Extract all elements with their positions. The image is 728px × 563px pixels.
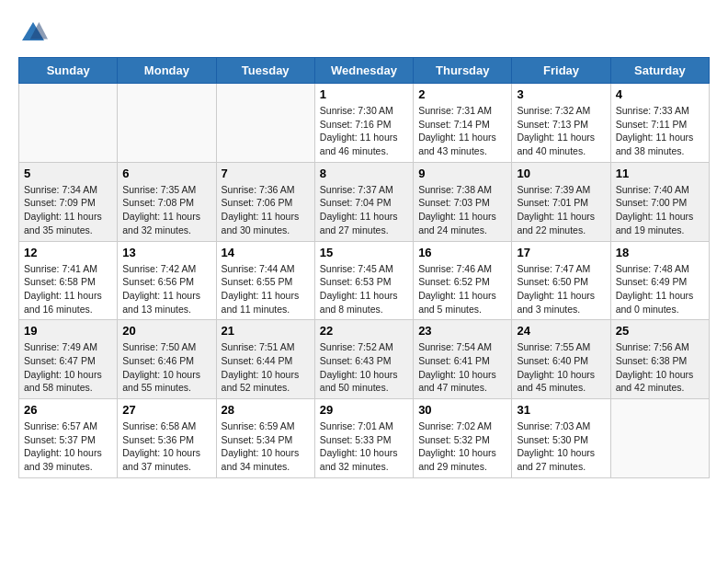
day-info: Sunrise: 7:01 AM Sunset: 5:33 PM Dayligh… — [320, 419, 408, 474]
day-info: Sunrise: 7:35 AM Sunset: 7:08 PM Dayligh… — [122, 183, 210, 237]
day-number: 4 — [616, 87, 704, 101]
day-number: 20 — [122, 324, 210, 338]
day-number: 11 — [616, 167, 704, 180]
day-number: 17 — [517, 246, 605, 259]
day-info: Sunrise: 7:40 AM Sunset: 7:00 PM Dayligh… — [616, 183, 704, 237]
calendar-cell: 24Sunrise: 7:55 AM Sunset: 6:40 PM Dayli… — [512, 320, 610, 399]
day-info: Sunrise: 7:31 AM Sunset: 7:14 PM Dayligh… — [418, 104, 506, 158]
calendar-cell: 12Sunrise: 7:41 AM Sunset: 6:58 PM Dayli… — [19, 241, 118, 320]
day-info: Sunrise: 7:38 AM Sunset: 7:03 PM Dayligh… — [418, 183, 506, 237]
day-number: 26 — [24, 403, 112, 417]
calendar-cell: 14Sunrise: 7:44 AM Sunset: 6:55 PM Dayli… — [216, 241, 314, 320]
day-info: Sunrise: 7:56 AM Sunset: 6:38 PM Dayligh… — [616, 340, 704, 395]
day-info: Sunrise: 7:42 AM Sunset: 6:56 PM Dayligh… — [122, 262, 210, 316]
calendar-cell: 3Sunrise: 7:32 AM Sunset: 7:13 PM Daylig… — [512, 84, 610, 163]
day-info: Sunrise: 7:54 AM Sunset: 6:41 PM Dayligh… — [418, 340, 506, 395]
day-number: 16 — [418, 246, 506, 259]
day-number: 19 — [24, 324, 112, 338]
day-info: Sunrise: 7:55 AM Sunset: 6:40 PM Dayligh… — [517, 340, 605, 395]
day-info: Sunrise: 7:49 AM Sunset: 6:47 PM Dayligh… — [24, 340, 112, 395]
day-number: 23 — [418, 324, 506, 338]
day-number: 22 — [320, 324, 408, 338]
day-number: 18 — [616, 246, 704, 259]
calendar-cell: 27Sunrise: 6:58 AM Sunset: 5:36 PM Dayli… — [118, 399, 216, 478]
day-info: Sunrise: 7:50 AM Sunset: 6:46 PM Dayligh… — [122, 340, 210, 395]
day-info: Sunrise: 7:51 AM Sunset: 6:44 PM Dayligh… — [222, 340, 310, 395]
calendar-cell: 11Sunrise: 7:40 AM Sunset: 7:00 PM Dayli… — [610, 162, 709, 241]
logo — [18, 18, 53, 48]
weekday-header-wednesday: Wednesday — [314, 58, 413, 84]
day-number: 30 — [418, 403, 506, 417]
calendar-cell: 4Sunrise: 7:33 AM Sunset: 7:11 PM Daylig… — [610, 84, 709, 163]
day-number: 10 — [517, 167, 605, 180]
day-info: Sunrise: 7:48 AM Sunset: 6:49 PM Dayligh… — [616, 262, 704, 316]
day-info: Sunrise: 6:58 AM Sunset: 5:36 PM Dayligh… — [122, 419, 210, 474]
weekday-header-sunday: Sunday — [19, 58, 118, 84]
calendar-cell: 10Sunrise: 7:39 AM Sunset: 7:01 PM Dayli… — [512, 162, 610, 241]
calendar-cell: 13Sunrise: 7:42 AM Sunset: 6:56 PM Dayli… — [118, 241, 216, 320]
day-info: Sunrise: 7:37 AM Sunset: 7:04 PM Dayligh… — [320, 183, 408, 237]
calendar-cell: 5Sunrise: 7:34 AM Sunset: 7:09 PM Daylig… — [19, 162, 118, 241]
day-number: 27 — [122, 403, 210, 417]
calendar-cell: 23Sunrise: 7:54 AM Sunset: 6:41 PM Dayli… — [414, 320, 512, 399]
calendar-cell: 31Sunrise: 7:03 AM Sunset: 5:30 PM Dayli… — [512, 399, 610, 478]
calendar-cell: 1Sunrise: 7:30 AM Sunset: 7:16 PM Daylig… — [314, 84, 413, 163]
day-number: 21 — [222, 324, 310, 338]
day-number: 24 — [517, 324, 605, 338]
day-number: 5 — [24, 167, 112, 180]
day-info: Sunrise: 7:46 AM Sunset: 6:52 PM Dayligh… — [418, 262, 506, 316]
calendar-cell: 21Sunrise: 7:51 AM Sunset: 6:44 PM Dayli… — [216, 320, 314, 399]
calendar-week-row: 5Sunrise: 7:34 AM Sunset: 7:09 PM Daylig… — [19, 162, 710, 241]
day-number: 25 — [616, 324, 704, 338]
day-number: 8 — [320, 167, 408, 180]
weekday-header-thursday: Thursday — [414, 58, 512, 84]
weekday-header-saturday: Saturday — [610, 58, 709, 84]
calendar-cell: 19Sunrise: 7:49 AM Sunset: 6:47 PM Dayli… — [19, 320, 118, 399]
calendar-week-row: 19Sunrise: 7:49 AM Sunset: 6:47 PM Dayli… — [19, 320, 710, 399]
day-number: 1 — [320, 87, 408, 101]
calendar-cell: 7Sunrise: 7:36 AM Sunset: 7:06 PM Daylig… — [216, 162, 314, 241]
day-info: Sunrise: 7:39 AM Sunset: 7:01 PM Dayligh… — [517, 183, 605, 237]
calendar-week-row: 26Sunrise: 6:57 AM Sunset: 5:37 PM Dayli… — [19, 399, 710, 478]
day-info: Sunrise: 7:47 AM Sunset: 6:50 PM Dayligh… — [517, 262, 605, 316]
calendar-cell: 9Sunrise: 7:38 AM Sunset: 7:03 PM Daylig… — [414, 162, 512, 241]
day-number: 13 — [122, 246, 210, 259]
weekday-header-friday: Friday — [512, 58, 610, 84]
calendar-cell — [118, 84, 216, 163]
day-info: Sunrise: 7:03 AM Sunset: 5:30 PM Dayligh… — [517, 419, 605, 474]
calendar-cell: 15Sunrise: 7:45 AM Sunset: 6:53 PM Dayli… — [314, 241, 413, 320]
page-header — [18, 18, 710, 48]
calendar-cell: 16Sunrise: 7:46 AM Sunset: 6:52 PM Dayli… — [414, 241, 512, 320]
day-info: Sunrise: 6:57 AM Sunset: 5:37 PM Dayligh… — [24, 419, 112, 474]
day-number: 6 — [122, 167, 210, 180]
day-number: 29 — [320, 403, 408, 417]
day-info: Sunrise: 7:44 AM Sunset: 6:55 PM Dayligh… — [222, 262, 310, 316]
day-number: 9 — [418, 167, 506, 180]
weekday-header-tuesday: Tuesday — [216, 58, 314, 84]
calendar-cell: 25Sunrise: 7:56 AM Sunset: 6:38 PM Dayli… — [610, 320, 709, 399]
calendar-cell: 30Sunrise: 7:02 AM Sunset: 5:32 PM Dayli… — [414, 399, 512, 478]
calendar-cell: 6Sunrise: 7:35 AM Sunset: 7:08 PM Daylig… — [118, 162, 216, 241]
day-info: Sunrise: 7:30 AM Sunset: 7:16 PM Dayligh… — [320, 104, 408, 158]
day-number: 12 — [24, 246, 112, 259]
calendar-cell: 2Sunrise: 7:31 AM Sunset: 7:14 PM Daylig… — [414, 84, 512, 163]
day-number: 14 — [222, 246, 310, 259]
calendar-cell: 22Sunrise: 7:52 AM Sunset: 6:43 PM Dayli… — [314, 320, 413, 399]
calendar-cell — [216, 84, 314, 163]
calendar-cell: 28Sunrise: 6:59 AM Sunset: 5:34 PM Dayli… — [216, 399, 314, 478]
day-info: Sunrise: 7:32 AM Sunset: 7:13 PM Dayligh… — [517, 104, 605, 158]
calendar-cell — [610, 399, 709, 478]
calendar-cell: 17Sunrise: 7:47 AM Sunset: 6:50 PM Dayli… — [512, 241, 610, 320]
calendar-cell: 18Sunrise: 7:48 AM Sunset: 6:49 PM Dayli… — [610, 241, 709, 320]
calendar-cell — [19, 84, 118, 163]
calendar-cell: 29Sunrise: 7:01 AM Sunset: 5:33 PM Dayli… — [314, 399, 413, 478]
calendar-cell: 8Sunrise: 7:37 AM Sunset: 7:04 PM Daylig… — [314, 162, 413, 241]
day-info: Sunrise: 7:36 AM Sunset: 7:06 PM Dayligh… — [222, 183, 310, 237]
weekday-header-monday: Monday — [118, 58, 216, 84]
calendar-week-row: 12Sunrise: 7:41 AM Sunset: 6:58 PM Dayli… — [19, 241, 710, 320]
day-info: Sunrise: 7:02 AM Sunset: 5:32 PM Dayligh… — [418, 419, 506, 474]
calendar-cell: 20Sunrise: 7:50 AM Sunset: 6:46 PM Dayli… — [118, 320, 216, 399]
day-number: 2 — [418, 87, 506, 101]
weekday-header-row: SundayMondayTuesdayWednesdayThursdayFrid… — [19, 58, 710, 84]
day-info: Sunrise: 6:59 AM Sunset: 5:34 PM Dayligh… — [222, 419, 310, 474]
